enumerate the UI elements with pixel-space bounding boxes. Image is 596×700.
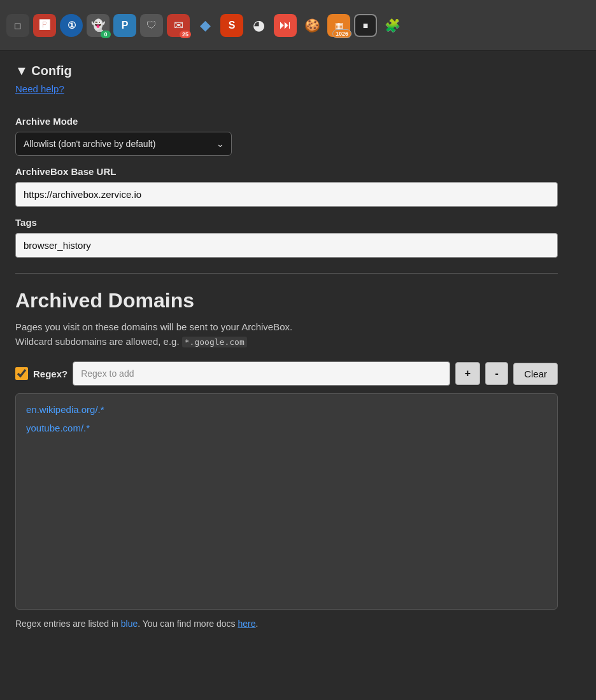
puzzle-icon[interactable]: 🧩 (381, 14, 404, 37)
archived-domains-title: Archived Domains (15, 289, 558, 312)
regex-input[interactable] (73, 361, 450, 386)
footer-note-prefix: Regex entries are listed in (15, 619, 121, 629)
regex-row: Regex? + - Clear (15, 361, 558, 386)
base-url-input[interactable] (15, 182, 558, 207)
calendar-badge: 1026 (332, 29, 351, 38)
domains-desc-example: *.google.com (182, 337, 247, 347)
domain-list-area: en.wikipedia.org/.* youtube.com/.* (15, 393, 558, 610)
archive-mode-select[interactable]: Allowlist (don't archive by default) Blo… (15, 132, 232, 156)
domains-desc-line1: Pages you visit on these domains will be… (15, 321, 292, 332)
clear-domains-button[interactable]: Clear (513, 363, 558, 385)
footer-note-docs-link[interactable]: here (238, 619, 255, 629)
calendar-icon[interactable]: ▦ 1026 (327, 14, 350, 37)
square-icon[interactable]: ■ (354, 14, 377, 37)
footer-note: Regex entries are listed in blue. You ca… (15, 619, 558, 629)
domain-entry-youtube[interactable]: youtube.com/.* (26, 423, 547, 433)
ublock-icon[interactable]: 🛡 (140, 14, 163, 37)
tags-input[interactable] (15, 233, 558, 258)
section-divider (15, 273, 558, 274)
scribe-icon[interactable]: S (220, 14, 243, 37)
browser-toolbar: ◻ 🅿 ① 👻 0 P 🛡 ✉ 25 ◆ S ◕ ⏭ 🍪 ▦ 1026 ■ 🧩 (0, 0, 596, 51)
mail-icon[interactable]: ✉ 25 (167, 14, 190, 37)
base-url-label: ArchiveBox Base URL (15, 166, 558, 177)
window-control-icon[interactable]: ◻ (6, 14, 29, 37)
config-title-text: ▼ Config (15, 64, 72, 78)
pocket-icon[interactable]: 🅿 (33, 14, 56, 37)
regex-label: Regex? (33, 368, 67, 379)
domains-description: Pages you visit on these domains will be… (15, 320, 558, 349)
ghost-icon[interactable]: 👻 0 (87, 14, 110, 37)
cookie-icon[interactable]: 🍪 (301, 14, 323, 37)
ghost-badge: 0 (101, 31, 111, 38)
config-title: ▼ Config (15, 64, 558, 78)
add-domain-button[interactable]: + (455, 362, 480, 385)
remove-domain-button[interactable]: - (485, 362, 508, 385)
1password-icon[interactable]: ① (60, 14, 83, 37)
archive-mode-wrapper: Allowlist (don't archive by default) Blo… (15, 132, 232, 156)
regex-checkbox[interactable] (15, 367, 28, 380)
footer-note-middle: . You can find more docs (138, 619, 238, 629)
mail-badge: 25 (180, 31, 191, 38)
domain-entry-wikipedia[interactable]: en.wikipedia.org/.* (26, 404, 547, 415)
footer-note-suffix: . (255, 619, 258, 629)
archived-domains-section: Archived Domains Pages you visit on thes… (15, 289, 558, 629)
p-icon[interactable]: P (113, 14, 136, 37)
main-content: ▼ Config Need help? Archive Mode Allowli… (0, 51, 573, 641)
need-help-link[interactable]: Need help? (15, 83, 64, 94)
rewind-icon[interactable]: ⏭ (274, 14, 297, 37)
pie-icon[interactable]: ◕ (247, 14, 270, 37)
archive-mode-label: Archive Mode (15, 116, 558, 127)
domains-desc-line2-prefix: Wildcard subdomains are allowed, e.g. (15, 336, 182, 347)
diamond-icon[interactable]: ◆ (194, 14, 216, 37)
footer-note-blue: blue (121, 619, 138, 629)
tags-label: Tags (15, 217, 558, 228)
config-section: ▼ Config Need help? Archive Mode Allowli… (15, 64, 558, 258)
